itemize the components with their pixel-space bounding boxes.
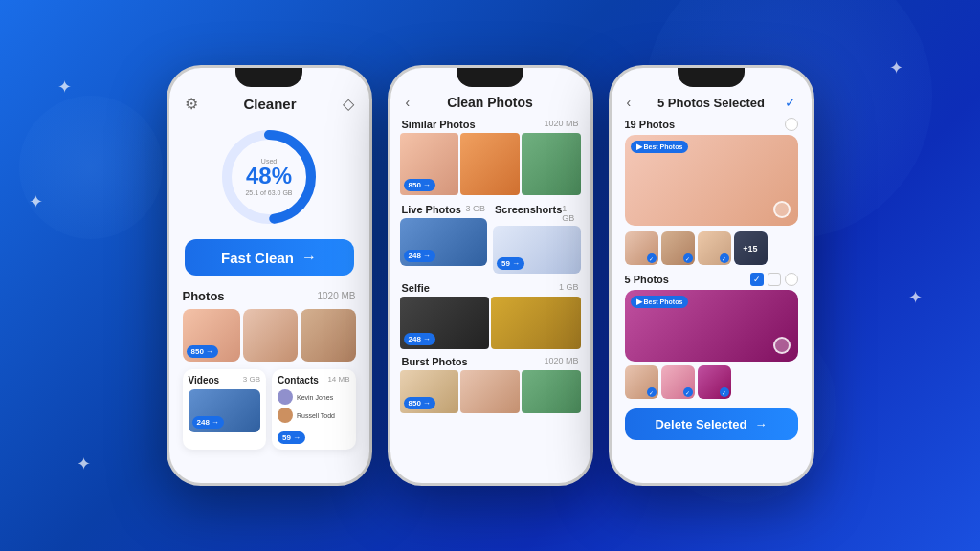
burst-grid: 850 → bbox=[400, 370, 581, 413]
photo-thumb-1 bbox=[243, 309, 299, 362]
bottom-thumb-1: ✓ bbox=[625, 365, 658, 399]
back-arrow-3[interactable]: ‹ bbox=[627, 95, 632, 110]
fast-clean-button[interactable]: Fast Clean → bbox=[185, 239, 354, 276]
screenshots-section: Screenshorts 1 GB 59 → bbox=[493, 201, 581, 274]
similar-count-badge: 850 → bbox=[404, 179, 435, 191]
phone2-title: Clean Photos bbox=[447, 95, 532, 110]
storage-circle-container: Used 48% 25.1 of 63.0 GB bbox=[169, 124, 369, 230]
similar-photo-2 bbox=[522, 133, 581, 195]
videos-count-badge: 248 → bbox=[192, 416, 224, 429]
storage-sub: 25.1 of 63.0 GB bbox=[245, 189, 292, 196]
notch-2 bbox=[457, 68, 523, 87]
selection-circle-1[interactable] bbox=[773, 201, 791, 218]
group2-title: 5 Photos bbox=[625, 274, 669, 285]
photos-section-header: Photos 1020 MB bbox=[169, 285, 369, 309]
notch-1 bbox=[235, 68, 302, 87]
similar-photo-0: 850 → bbox=[400, 133, 459, 195]
contacts-label: Contacts bbox=[278, 375, 319, 386]
checkboxes-group: ✓ bbox=[750, 273, 798, 286]
similar-photo-1 bbox=[460, 133, 520, 195]
similar-photos-size: 1020 MB bbox=[544, 119, 578, 130]
photos-size: 1020 MB bbox=[317, 291, 355, 301]
storage-circle: Used 48% 25.1 of 63.0 GB bbox=[216, 124, 322, 230]
diamond-icon[interactable]: ◇ bbox=[343, 95, 354, 113]
selfie-section: Selfie 1 GB 248 → bbox=[390, 279, 590, 349]
phone-selected: ‹ 5 Photos Selected ✓ 19 Photos ▶ Best P… bbox=[609, 65, 814, 486]
phone3-title: 5 Photos Selected bbox=[657, 96, 765, 110]
contacts-card: Contacts 14 MB Kevin Jones Russell Todd bbox=[272, 369, 356, 450]
checkbox-blue[interactable]: ✓ bbox=[750, 273, 764, 286]
photo-thumb-2 bbox=[301, 309, 356, 362]
selfie-photo-0: 248 → bbox=[400, 297, 490, 349]
similar-photos-section: Similar Photos 1020 MB 850 → bbox=[390, 116, 590, 195]
photo-thumb-0: 850 → bbox=[183, 309, 240, 362]
contacts-size: 14 MB bbox=[327, 375, 349, 386]
main-photo-group2: ▶ Best Photos bbox=[625, 290, 798, 362]
burst-photo-2 bbox=[522, 370, 581, 413]
best-badge-1: ▶ Best Photos bbox=[631, 141, 689, 153]
photos-grid: 850 → bbox=[169, 309, 369, 362]
gear-icon[interactable]: ⚙ bbox=[185, 95, 198, 113]
check-icon[interactable]: ✓ bbox=[785, 95, 796, 110]
selfie-grid: 248 → bbox=[400, 297, 581, 349]
thumbnail-4: +15 bbox=[734, 231, 768, 265]
videos-size: 3 GB bbox=[243, 375, 260, 386]
photos-count-badge: 850 → bbox=[187, 345, 218, 358]
checkbox-empty-1[interactable] bbox=[768, 273, 781, 286]
selection-circle-2[interactable] bbox=[773, 337, 791, 354]
burst-label: Burst Photos bbox=[402, 356, 468, 367]
delete-label: Delete Selected bbox=[655, 417, 746, 431]
group1-checkbox[interactable] bbox=[785, 118, 798, 131]
bottom-thumbnails: ✓ ✓ ✓ bbox=[612, 365, 812, 399]
thumbnail-2: ✓ bbox=[661, 231, 695, 265]
storage-percent: 48% bbox=[245, 165, 292, 187]
live-photos-label: Live Photos bbox=[402, 204, 461, 215]
contact2-name: Russell Todd bbox=[297, 412, 335, 419]
phone-cleaner: ⚙ Cleaner ◇ Used 48% 25.1 of 6 bbox=[167, 65, 372, 486]
photos-label: Photos bbox=[183, 289, 225, 303]
contacts-count-badge: 59 → bbox=[278, 431, 305, 444]
selfie-photo-1 bbox=[491, 297, 581, 349]
checkbox-circle[interactable] bbox=[785, 273, 798, 286]
plus-more: +15 bbox=[734, 231, 768, 265]
phones-container: ⚙ Cleaner ◇ Used 48% 25.1 of 6 bbox=[167, 65, 814, 486]
thumbnail-row-1: ✓ ✓ ✓ +15 bbox=[612, 231, 812, 265]
videos-label: Videos bbox=[189, 375, 220, 386]
delete-button[interactable]: Delete Selected → bbox=[625, 408, 798, 440]
live-photos-section: Live Photos 3 GB 248 → bbox=[400, 201, 488, 274]
contact-item-2: Russell Todd bbox=[278, 408, 350, 423]
video-thumb: 248 → bbox=[189, 389, 261, 432]
live-count-badge: 248 → bbox=[404, 250, 435, 262]
contact1-name: Kevin Jones bbox=[297, 394, 333, 401]
group1-header: 19 Photos bbox=[612, 116, 812, 135]
delete-arrow: → bbox=[755, 417, 768, 431]
bottom-thumb-3: ✓ bbox=[698, 365, 731, 399]
selfie-size: 1 GB bbox=[559, 282, 579, 294]
burst-photo-1 bbox=[460, 370, 520, 413]
notch-3 bbox=[678, 68, 745, 87]
selfie-label: Selfie bbox=[402, 282, 430, 294]
live-photos-size: 3 GB bbox=[465, 204, 485, 215]
group1-title: 19 Photos bbox=[625, 119, 676, 130]
fast-clean-label: Fast Clean bbox=[221, 250, 294, 266]
similar-photos-grid: 850 → bbox=[400, 133, 581, 195]
group2-checkboxes-row: 5 Photos ✓ bbox=[612, 271, 812, 290]
bottom-thumb-2: ✓ bbox=[661, 365, 695, 399]
two-sections-row: Live Photos 3 GB 248 → Sc bbox=[390, 201, 590, 274]
videos-card: Videos 3 GB 248 → bbox=[183, 369, 267, 450]
selfie-count-badge: 248 → bbox=[404, 333, 435, 345]
burst-section: Burst Photos 1020 MB 850 → bbox=[390, 353, 590, 413]
fast-clean-arrow: → bbox=[301, 249, 317, 266]
contact-item-1: Kevin Jones bbox=[278, 389, 350, 405]
screenshots-size: 1 GB bbox=[562, 204, 578, 223]
main-photo-group1: ▶ Best Photos bbox=[625, 135, 798, 226]
similar-photos-label: Similar Photos bbox=[402, 119, 476, 130]
burst-photo-0: 850 → bbox=[400, 370, 459, 413]
contacts-list: Kevin Jones Russell Todd bbox=[278, 389, 350, 423]
back-arrow-2[interactable]: ‹ bbox=[406, 95, 411, 110]
thumbnail-1: ✓ bbox=[625, 231, 658, 265]
burst-size: 1020 MB bbox=[544, 356, 578, 367]
bottom-cards: Videos 3 GB 248 → Contact bbox=[169, 369, 369, 450]
burst-count-badge: 850 → bbox=[404, 397, 435, 409]
best-badge-2: ▶ Best Photos bbox=[631, 296, 689, 308]
